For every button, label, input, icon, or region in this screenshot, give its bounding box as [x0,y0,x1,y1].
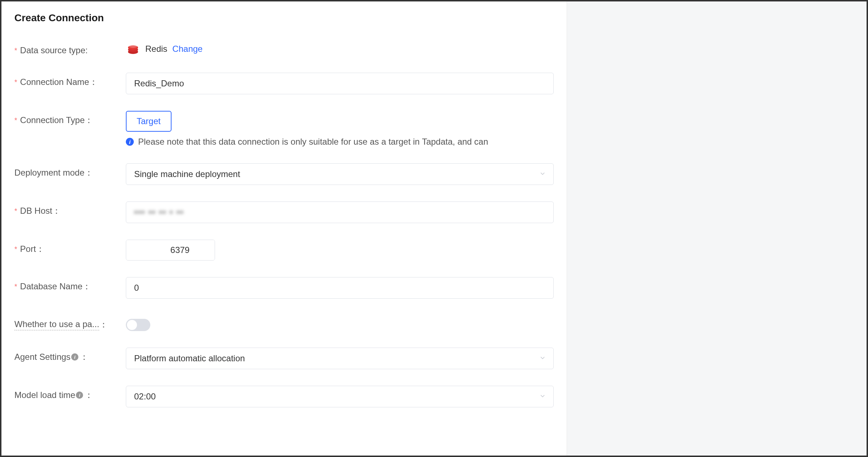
model-load-time-value: 02:00 [134,392,156,402]
change-link[interactable]: Change [172,44,202,54]
required-asterisk: * [14,116,17,125]
row-model-load-time: Model load time i ： 02:00 [14,386,554,407]
row-use-password: Whether to use a pa...： [14,315,554,331]
label-port: * Port： [14,240,126,255]
main-form-panel: Create Connection * Data source type: [1,1,567,456]
deployment-mode-select[interactable]: Single machine deployment [126,163,554,185]
label-connection-name: * Connection Name： [14,73,126,88]
required-asterisk: * [14,245,17,253]
label-data-source-type: * Data source type: [14,42,126,55]
agent-settings-select[interactable]: Platform automatic allocation [126,348,554,369]
deployment-mode-value: Single machine deployment [134,169,240,179]
use-password-toggle[interactable] [126,319,150,331]
connection-type-note: i Please note that this data connection … [126,137,554,147]
connection-name-input[interactable] [126,73,554,94]
required-asterisk: * [14,282,17,291]
db-host-value: ••• •• •• • •• [134,207,184,217]
database-name-input[interactable] [126,277,554,299]
port-stepper[interactable] [126,240,215,261]
data-source-name: Redis [145,44,167,54]
row-db-host: * DB Host： ••• •• •• • •• [14,202,554,223]
help-icon[interactable]: i [76,392,83,399]
connection-type-target-button[interactable]: Target [126,111,172,132]
db-host-input[interactable]: ••• •• •• • •• [126,202,554,223]
required-asterisk: * [14,78,17,86]
label-database-name: * Database Name： [14,277,126,292]
app-frame: Create Connection * Data source type: [0,0,868,457]
row-deployment-mode: Deployment mode： Single machine deployme… [14,163,554,185]
label-deployment-mode: Deployment mode： [14,163,126,178]
control-data-source-type: Redis Change [126,42,554,56]
label-db-host: * DB Host： [14,202,126,217]
port-input[interactable] [126,240,215,260]
help-icon[interactable]: i [71,353,78,361]
chevron-down-icon [540,393,545,400]
label-connection-type: * Connection Type： [14,111,126,126]
chevron-down-icon [540,355,545,362]
redis-icon [126,42,140,56]
row-connection-name: * Connection Name： [14,73,554,94]
row-connection-type: * Connection Type： Target i Please note … [14,111,554,147]
row-database-name: * Database Name： [14,277,554,299]
info-icon: i [126,138,134,146]
label-model-load-time: Model load time i ： [14,386,126,401]
page-title: Create Connection [14,12,554,24]
side-panel [567,1,867,456]
agent-settings-value: Platform automatic allocation [134,353,245,363]
row-port: * Port： [14,240,554,261]
required-asterisk: * [14,207,17,215]
row-data-source-type: * Data source type: [14,42,554,56]
connection-type-note-text: Please note that this data connection is… [138,137,488,147]
label-use-password: Whether to use a pa...： [14,315,126,330]
required-asterisk: * [14,46,17,55]
label-agent-settings: Agent Settings i ： [14,348,126,363]
chevron-down-icon [540,171,545,178]
svg-point-3 [129,44,137,48]
row-agent-settings: Agent Settings i ： Platform automatic al… [14,348,554,369]
model-load-time-select[interactable]: 02:00 [126,386,554,407]
